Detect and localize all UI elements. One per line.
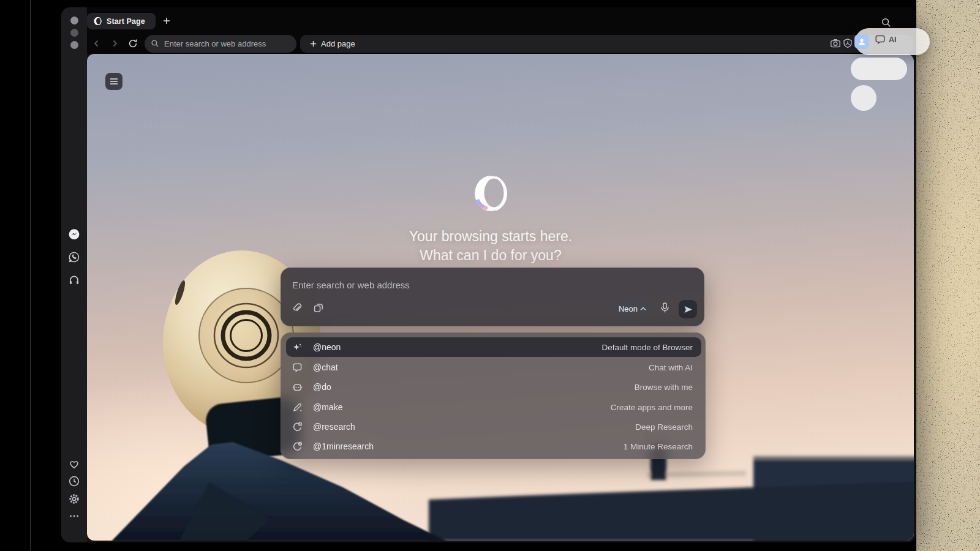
- headline-line-2: What can I do for you?: [246, 246, 736, 265]
- opera-logo-icon: [93, 17, 102, 26]
- sidebar-rail: [61, 7, 87, 542]
- tab-title: Start Page: [107, 17, 145, 26]
- shield-icon[interactable]: [842, 38, 853, 49]
- command-row-do[interactable]: @do Browse with me: [286, 377, 701, 397]
- command-row-neon[interactable]: @neon Default mode of Browser: [286, 337, 701, 357]
- ask-input[interactable]: [291, 277, 634, 293]
- camera-icon[interactable]: [830, 38, 841, 49]
- overlay-tooltip-circle: [851, 85, 876, 111]
- mode-selector-neon[interactable]: Neon: [615, 301, 650, 317]
- address-input[interactable]: [163, 39, 279, 49]
- navigation-toolbar: Add page: [87, 34, 916, 54]
- command-row-1minresearch[interactable]: @1minresearch 1 Minute Research: [286, 437, 701, 456]
- robot-icon: [291, 381, 303, 393]
- timed-research-icon: [291, 440, 303, 452]
- ai-label: AI: [889, 36, 897, 44]
- send-button[interactable]: [679, 300, 697, 318]
- hamburger-icon: [110, 78, 118, 85]
- overlay-highlight-pill: AI: [855, 28, 930, 55]
- sparkle-icon: [291, 341, 303, 353]
- headline-line-1: Your browsing starts here.: [246, 227, 736, 246]
- hamburger-menu-button[interactable]: [105, 73, 123, 90]
- tab-strip: Start Page: [87, 7, 916, 34]
- pen-icon: [291, 401, 303, 413]
- chat-bubble-icon: [291, 361, 303, 373]
- reload-icon[interactable]: [126, 37, 140, 50]
- plus-icon: [310, 40, 317, 47]
- tab-start-page[interactable]: Start Page: [87, 13, 156, 29]
- more-ellipsis-icon[interactable]: [67, 509, 81, 523]
- add-page-label: Add page: [321, 39, 355, 48]
- tabs-icon[interactable]: [313, 302, 325, 315]
- opera-neon-logo: [471, 174, 510, 213]
- rooftop-silhouettes: [429, 446, 914, 541]
- ai-chat-button[interactable]: AI: [875, 35, 897, 45]
- add-page-button[interactable]: Add page: [305, 35, 360, 53]
- headphones-icon[interactable]: [67, 272, 81, 287]
- new-tab-button[interactable]: [160, 15, 173, 27]
- ask-panel: Neon: [281, 268, 704, 326]
- chevron-up-icon: [640, 307, 646, 311]
- browser-window: Start Page: [61, 7, 916, 542]
- profile-person-icon[interactable]: [854, 34, 869, 49]
- start-headline: Your browsing starts here. What can I do…: [246, 227, 736, 265]
- settings-gear-icon[interactable]: [67, 492, 81, 506]
- whatsapp-icon[interactable]: [67, 250, 81, 264]
- command-row-chat[interactable]: @chat Chat with AI: [286, 358, 701, 377]
- address-bar[interactable]: [145, 35, 296, 53]
- glitter-texture: [916, 0, 980, 551]
- command-suggestions-panel: @neon Default mode of Browser @chat Chat…: [281, 332, 706, 459]
- desktop-divider-line: [30, 0, 31, 551]
- mode-label: Neon: [619, 304, 638, 313]
- ai-chat-bubble-icon: [875, 35, 886, 45]
- command-row-research[interactable]: @research Deep Research: [286, 417, 701, 437]
- overlay-tooltip-pill: [851, 58, 907, 80]
- attachment-paperclip-icon[interactable]: [291, 302, 303, 315]
- send-plane-icon: [684, 305, 693, 314]
- window-control-dot-3[interactable]: [70, 41, 78, 49]
- window-control-dot-1[interactable]: [70, 17, 78, 24]
- glitter-wallpaper: [916, 0, 980, 551]
- microphone-icon[interactable]: [659, 302, 671, 314]
- heart-icon[interactable]: [67, 457, 81, 471]
- messenger-icon[interactable]: [67, 227, 81, 242]
- back-button[interactable]: [90, 37, 104, 50]
- history-clock-icon[interactable]: [67, 474, 81, 489]
- command-row-make[interactable]: @make Create apps and more: [286, 397, 701, 417]
- window-control-dot-2[interactable]: [70, 29, 78, 37]
- plus-icon: [163, 17, 170, 24]
- page-strip: Add page: [300, 35, 913, 53]
- start-page-content: Your browsing starts here. What can I do…: [87, 54, 914, 541]
- research-icon: [291, 421, 303, 433]
- search-icon: [151, 39, 159, 48]
- forward-button[interactable]: [108, 37, 121, 50]
- search-icon[interactable]: [881, 17, 892, 28]
- desktop-background: Start Page: [0, 0, 980, 551]
